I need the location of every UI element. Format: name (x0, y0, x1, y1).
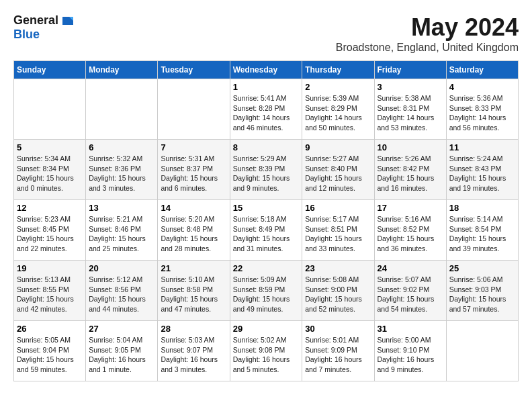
calendar-cell: 22Sunrise: 5:09 AM Sunset: 8:59 PM Dayli… (230, 261, 302, 321)
calendar-cell (158, 79, 230, 140)
day-number: 22 (233, 263, 300, 273)
week-row-3: 12Sunrise: 5:23 AM Sunset: 8:45 PM Dayli… (14, 200, 519, 261)
day-number: 5 (17, 142, 83, 152)
calendar-cell: 20Sunrise: 5:12 AM Sunset: 8:56 PM Dayli… (86, 261, 158, 321)
day-info: Sunrise: 5:00 AM Sunset: 9:10 PM Dayligh… (378, 335, 443, 375)
column-header-wednesday: Wednesday (230, 61, 302, 79)
day-number: 31 (378, 324, 443, 334)
day-number: 4 (449, 82, 515, 92)
calendar-cell: 23Sunrise: 5:08 AM Sunset: 9:00 PM Dayli… (302, 261, 374, 321)
week-row-2: 5Sunrise: 5:34 AM Sunset: 8:34 PM Daylig… (14, 140, 519, 200)
day-info: Sunrise: 5:31 AM Sunset: 8:37 PM Dayligh… (161, 154, 226, 193)
calendar-cell: 28Sunrise: 5:03 AM Sunset: 9:07 PM Dayli… (158, 321, 230, 381)
day-info: Sunrise: 5:20 AM Sunset: 8:48 PM Dayligh… (161, 214, 226, 254)
day-info: Sunrise: 5:06 AM Sunset: 9:03 PM Dayligh… (449, 275, 515, 314)
calendar-cell: 9Sunrise: 5:27 AM Sunset: 8:40 PM Daylig… (302, 140, 374, 200)
calendar-cell: 3Sunrise: 5:38 AM Sunset: 8:31 PM Daylig… (374, 79, 446, 140)
day-info: Sunrise: 5:05 AM Sunset: 9:04 PM Dayligh… (17, 335, 83, 375)
calendar-cell: 31Sunrise: 5:00 AM Sunset: 9:10 PM Dayli… (374, 321, 446, 381)
calendar-cell: 4Sunrise: 5:36 AM Sunset: 8:33 PM Daylig… (446, 79, 518, 140)
day-number: 26 (17, 324, 83, 334)
day-number: 20 (89, 263, 154, 273)
day-info: Sunrise: 5:32 AM Sunset: 8:36 PM Dayligh… (89, 154, 154, 193)
calendar-cell: 29Sunrise: 5:02 AM Sunset: 9:08 PM Dayli… (230, 321, 302, 381)
month-title: May 2024 (336, 13, 519, 42)
logo: General Blue (13, 13, 75, 42)
day-number: 15 (233, 203, 300, 213)
day-number: 14 (161, 203, 226, 213)
day-number: 1 (233, 82, 300, 92)
day-info: Sunrise: 5:24 AM Sunset: 8:43 PM Dayligh… (449, 154, 515, 193)
day-number: 11 (449, 142, 515, 152)
calendar-cell: 8Sunrise: 5:29 AM Sunset: 8:39 PM Daylig… (230, 140, 302, 200)
calendar-cell: 6Sunrise: 5:32 AM Sunset: 8:36 PM Daylig… (86, 140, 158, 200)
calendar-cell: 30Sunrise: 5:01 AM Sunset: 9:09 PM Dayli… (302, 321, 374, 381)
calendar-cell: 17Sunrise: 5:16 AM Sunset: 8:52 PM Dayli… (374, 200, 446, 261)
calendar-cell (14, 79, 86, 140)
calendar-cell: 26Sunrise: 5:05 AM Sunset: 9:04 PM Dayli… (14, 321, 86, 381)
day-info: Sunrise: 5:09 AM Sunset: 8:59 PM Dayligh… (233, 275, 300, 314)
logo-general: General (13, 13, 58, 28)
calendar-cell: 5Sunrise: 5:34 AM Sunset: 8:34 PM Daylig… (14, 140, 86, 200)
calendar-cell: 25Sunrise: 5:06 AM Sunset: 9:03 PM Dayli… (446, 261, 518, 321)
day-info: Sunrise: 5:01 AM Sunset: 9:09 PM Dayligh… (305, 335, 371, 375)
day-number: 24 (378, 263, 443, 273)
column-header-saturday: Saturday (446, 61, 518, 79)
column-header-thursday: Thursday (302, 61, 374, 79)
day-info: Sunrise: 5:23 AM Sunset: 8:45 PM Dayligh… (17, 214, 83, 254)
day-info: Sunrise: 5:14 AM Sunset: 8:54 PM Dayligh… (449, 214, 515, 254)
day-number: 12 (17, 203, 83, 213)
day-info: Sunrise: 5:34 AM Sunset: 8:34 PM Dayligh… (17, 154, 83, 193)
calendar-cell: 24Sunrise: 5:07 AM Sunset: 9:02 PM Dayli… (374, 261, 446, 321)
day-info: Sunrise: 5:04 AM Sunset: 9:05 PM Dayligh… (89, 335, 154, 375)
day-info: Sunrise: 5:27 AM Sunset: 8:40 PM Dayligh… (305, 154, 371, 193)
day-number: 3 (378, 82, 443, 92)
column-header-tuesday: Tuesday (158, 61, 230, 79)
calendar-cell: 2Sunrise: 5:39 AM Sunset: 8:29 PM Daylig… (302, 79, 374, 140)
day-number: 28 (161, 324, 226, 334)
logo-blue: Blue (13, 28, 40, 42)
day-info: Sunrise: 5:13 AM Sunset: 8:55 PM Dayligh… (17, 275, 83, 314)
day-number: 18 (449, 203, 515, 213)
calendar-cell: 14Sunrise: 5:20 AM Sunset: 8:48 PM Dayli… (158, 200, 230, 261)
day-info: Sunrise: 5:17 AM Sunset: 8:51 PM Dayligh… (305, 214, 371, 254)
week-row-1: 1Sunrise: 5:41 AM Sunset: 8:28 PM Daylig… (14, 79, 519, 140)
day-number: 6 (89, 142, 154, 152)
title-area: May 2024 Broadstone, England, United Kin… (336, 13, 519, 54)
day-number: 10 (378, 142, 443, 152)
day-number: 13 (89, 203, 154, 213)
day-number: 27 (89, 324, 154, 334)
day-info: Sunrise: 5:12 AM Sunset: 8:56 PM Dayligh… (89, 275, 154, 314)
calendar-cell: 12Sunrise: 5:23 AM Sunset: 8:45 PM Dayli… (14, 200, 86, 261)
calendar-cell: 7Sunrise: 5:31 AM Sunset: 8:37 PM Daylig… (158, 140, 230, 200)
day-number: 17 (378, 203, 443, 213)
day-info: Sunrise: 5:10 AM Sunset: 8:58 PM Dayligh… (161, 275, 226, 314)
calendar-cell: 11Sunrise: 5:24 AM Sunset: 8:43 PM Dayli… (446, 140, 518, 200)
day-info: Sunrise: 5:03 AM Sunset: 9:07 PM Dayligh… (161, 335, 226, 375)
day-number: 30 (305, 324, 371, 334)
day-info: Sunrise: 5:26 AM Sunset: 8:42 PM Dayligh… (378, 154, 443, 193)
column-header-friday: Friday (374, 61, 446, 79)
header: General Blue May 2024 Broadstone, Englan… (13, 13, 519, 54)
calendar-cell: 18Sunrise: 5:14 AM Sunset: 8:54 PM Dayli… (446, 200, 518, 261)
day-info: Sunrise: 5:39 AM Sunset: 8:29 PM Dayligh… (305, 93, 371, 133)
day-number: 2 (305, 82, 371, 92)
week-row-4: 19Sunrise: 5:13 AM Sunset: 8:55 PM Dayli… (14, 261, 519, 321)
calendar-cell (86, 79, 158, 140)
day-info: Sunrise: 5:36 AM Sunset: 8:33 PM Dayligh… (449, 93, 515, 133)
calendar-cell: 13Sunrise: 5:21 AM Sunset: 8:46 PM Dayli… (86, 200, 158, 261)
calendar-cell (446, 321, 518, 381)
day-info: Sunrise: 5:16 AM Sunset: 8:52 PM Dayligh… (378, 214, 443, 254)
day-number: 16 (305, 203, 371, 213)
day-number: 8 (233, 142, 300, 152)
day-number: 29 (233, 324, 300, 334)
column-header-sunday: Sunday (14, 61, 86, 79)
day-number: 23 (305, 263, 371, 273)
day-info: Sunrise: 5:41 AM Sunset: 8:28 PM Dayligh… (233, 93, 300, 133)
logo-flag-icon (60, 15, 75, 26)
day-info: Sunrise: 5:38 AM Sunset: 8:31 PM Dayligh… (378, 93, 443, 133)
location: Broadstone, England, United Kingdom (336, 42, 519, 54)
day-info: Sunrise: 5:02 AM Sunset: 9:08 PM Dayligh… (233, 335, 300, 375)
calendar-cell: 19Sunrise: 5:13 AM Sunset: 8:55 PM Dayli… (14, 261, 86, 321)
day-info: Sunrise: 5:07 AM Sunset: 9:02 PM Dayligh… (378, 275, 443, 314)
